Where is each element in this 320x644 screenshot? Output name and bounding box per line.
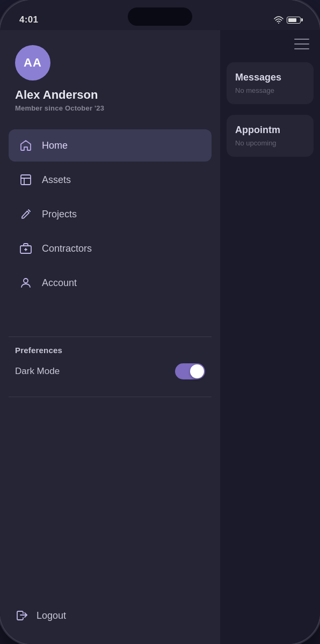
toggle-thumb	[190, 364, 204, 378]
sidebar-item-projects[interactable]: Projects	[9, 198, 212, 230]
svg-point-7	[24, 279, 28, 283]
phone-frame: 4:01	[0, 0, 320, 644]
logout-area: Logout	[0, 596, 220, 644]
logout-icon	[15, 609, 29, 623]
sidebar-item-projects-label: Projects	[42, 209, 77, 220]
appointments-title: Appointm	[235, 125, 305, 136]
svg-rect-1	[21, 175, 31, 185]
hamburger-icon[interactable]	[294, 39, 309, 49]
content-area: AA Alex Anderson Member since October '2…	[0, 30, 320, 644]
hamburger-line-2	[294, 43, 309, 45]
sidebar-item-account[interactable]: Account	[9, 267, 212, 299]
sidebar-item-contractors[interactable]: Contractors	[9, 232, 212, 265]
messages-title: Messages	[235, 72, 305, 83]
avatar: AA	[15, 45, 50, 80]
nav-list: Home Assets	[0, 125, 220, 332]
sidebar-item-home[interactable]: Home	[9, 129, 212, 162]
right-panel: Messages No message Appointm No upcoming	[220, 30, 320, 644]
wifi-icon	[274, 16, 283, 24]
preferences-label: Preferences	[15, 346, 205, 355]
appointments-empty: No upcoming	[235, 139, 305, 147]
home-icon	[18, 138, 33, 153]
right-panel-header	[220, 30, 320, 58]
avatar-initials: AA	[24, 56, 42, 70]
screen: 4:01	[0, 0, 320, 644]
battery-icon	[287, 17, 301, 24]
sidebar-header: AA Alex Anderson Member since October '2…	[0, 30, 220, 125]
sidebar: AA Alex Anderson Member since October '2…	[0, 30, 220, 644]
sidebar-item-contractors-label: Contractors	[42, 243, 92, 254]
dynamic-island	[128, 8, 192, 26]
sidebar-item-assets-label: Assets	[42, 174, 71, 186]
logout-button[interactable]: Logout	[15, 609, 205, 623]
dark-mode-toggle[interactable]	[175, 363, 205, 379]
appointments-card[interactable]: Appointm No upcoming	[227, 115, 314, 157]
contractors-icon	[18, 241, 33, 256]
status-time: 4:01	[19, 14, 38, 25]
messages-card[interactable]: Messages No message	[227, 62, 314, 104]
sidebar-item-account-label: Account	[42, 277, 77, 289]
battery-fill	[288, 18, 296, 22]
member-since: Member since October '23	[15, 104, 205, 112]
sidebar-item-assets[interactable]: Assets	[9, 164, 212, 196]
preferences-section: Preferences Dark Mode	[0, 346, 220, 388]
hamburger-line-3	[294, 48, 309, 49]
status-icons	[274, 16, 301, 24]
dark-mode-label: Dark Mode	[15, 366, 60, 377]
user-name: Alex Anderson	[15, 88, 205, 102]
messages-empty: No message	[235, 86, 305, 94]
hamburger-line-1	[294, 39, 309, 40]
sidebar-item-home-label: Home	[42, 140, 68, 151]
dark-mode-row: Dark Mode	[15, 363, 205, 379]
svg-point-0	[278, 23, 279, 24]
projects-icon	[18, 207, 33, 222]
sidebar-spacer	[0, 397, 220, 596]
nav-divider	[9, 336, 212, 337]
logout-label: Logout	[37, 610, 66, 621]
assets-icon	[18, 172, 33, 187]
account-icon	[18, 275, 33, 290]
